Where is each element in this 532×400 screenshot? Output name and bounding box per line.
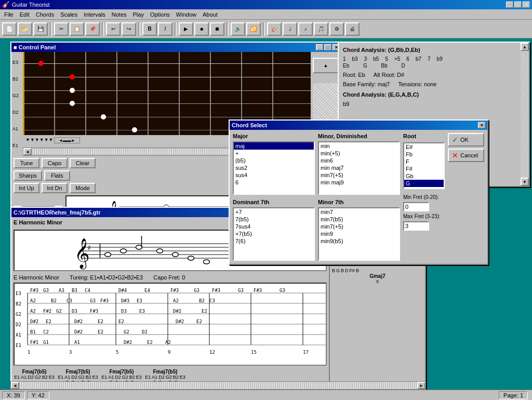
int-up-button[interactable]: Int Up bbox=[14, 183, 39, 193]
save-button[interactable]: 💾 bbox=[33, 22, 48, 36]
cp-minimize[interactable]: _ bbox=[316, 44, 323, 50]
svg-text:A2: A2 bbox=[30, 298, 36, 303]
dom7-7b5[interactable]: 7(b5) bbox=[234, 216, 314, 223]
min-maj7[interactable]: min maj7 bbox=[319, 164, 399, 171]
min7-b5[interactable]: min7(b5) bbox=[319, 216, 399, 223]
major-6[interactable]: 6 bbox=[234, 179, 314, 186]
tab-grid-area[interactable]: E3 B2 G2 D2 A1 E1 bbox=[14, 283, 327, 366]
paste-button[interactable]: 📌 bbox=[85, 22, 100, 36]
toolbar-sep-2 bbox=[102, 22, 104, 36]
max-fret-input[interactable] bbox=[403, 221, 429, 231]
min7-plus5[interactable]: min7(+5) bbox=[319, 223, 399, 230]
mode-button[interactable]: Mode bbox=[70, 183, 96, 193]
root-gb[interactable]: Gb bbox=[404, 172, 444, 180]
ok-cancel-panel: ✓ OK ✕ Cancel bbox=[448, 133, 484, 261]
open-button[interactable]: 📂 bbox=[18, 22, 32, 36]
dom7-plus7b5[interactable]: +7(b5) bbox=[234, 230, 314, 237]
loop-button[interactable]: 🔁 bbox=[246, 22, 261, 36]
tune-button[interactable]: Tune bbox=[14, 158, 39, 168]
menu-play[interactable]: Play bbox=[130, 10, 147, 19]
menu-about[interactable]: About bbox=[200, 10, 221, 19]
dom7-7sus4[interactable]: 7sus4 bbox=[234, 223, 314, 230]
svg-text:E3: E3 bbox=[139, 309, 145, 314]
major-b5[interactable]: (b5) bbox=[234, 157, 314, 164]
menu-scales[interactable]: Scales bbox=[57, 10, 81, 19]
fret-dot-6 bbox=[132, 127, 137, 132]
minor7-listbox[interactable]: min7 min7(b5) min7(+5) min9 min9(b5) bbox=[318, 207, 400, 261]
vol-button[interactable]: 🔊 bbox=[231, 22, 245, 36]
fret-range-inputs: Min Fret (0-20): Max Fret (3-23): bbox=[403, 194, 445, 231]
fret-button[interactable]: 🎸 bbox=[267, 22, 282, 36]
root-g[interactable]: G bbox=[404, 180, 444, 187]
capo-button[interactable]: Capo bbox=[42, 158, 68, 168]
min-fret-input[interactable] bbox=[403, 202, 429, 211]
cp-maximize[interactable]: □ bbox=[324, 44, 331, 50]
major-listbox[interactable]: maj + (b5) sus2 sus4 6 bbox=[233, 141, 315, 195]
ok-button[interactable]: ✓ OK bbox=[448, 133, 484, 146]
record-button[interactable]: ⏺ bbox=[210, 22, 224, 36]
new-button[interactable]: 📄 bbox=[2, 22, 17, 36]
cut-button[interactable]: ✂ bbox=[54, 22, 69, 36]
menu-notes[interactable]: Notes bbox=[109, 10, 130, 19]
hscroll-right[interactable]: ► bbox=[417, 382, 425, 389]
root-f[interactable]: F bbox=[404, 158, 444, 165]
sharps-button[interactable]: Sharps bbox=[14, 170, 42, 181]
scroll-up-arrow[interactable]: ▲ bbox=[313, 58, 339, 73]
bold-button[interactable]: B bbox=[142, 22, 157, 36]
dom7-listbox[interactable]: +7 7(b5) 7sus4 +7(b5) 7(6) bbox=[233, 207, 315, 261]
major-plus[interactable]: + bbox=[234, 150, 314, 157]
dom7-plus7[interactable]: +7 bbox=[234, 208, 314, 216]
stop-button[interactable]: ■ bbox=[194, 22, 209, 36]
min-min[interactable]: min bbox=[319, 142, 399, 150]
maximize-button[interactable]: □ bbox=[514, 2, 522, 8]
min-6[interactable]: min6 bbox=[319, 157, 399, 164]
note-button[interactable]: ♩ bbox=[283, 22, 297, 36]
flats-button[interactable]: Flats bbox=[44, 170, 70, 181]
min-plus5[interactable]: min(+5) bbox=[319, 150, 399, 157]
undo-button[interactable]: ↩ bbox=[106, 22, 121, 36]
cancel-button[interactable]: ✕ Cancel bbox=[448, 149, 484, 162]
hscroll-left[interactable]: ◄ bbox=[11, 382, 19, 389]
root-esharp[interactable]: E# bbox=[404, 143, 444, 151]
chord-button[interactable]: ♪ bbox=[298, 22, 313, 36]
major-sus4[interactable]: sus4 bbox=[234, 171, 314, 179]
status-bar: X: 39 Y: 42 Page: 1 bbox=[0, 390, 532, 400]
minimize-button[interactable]: _ bbox=[506, 2, 513, 8]
root-fb[interactable]: Fb bbox=[404, 151, 444, 158]
copy-button[interactable]: 📋 bbox=[70, 22, 84, 36]
minor-dim-listbox[interactable]: min min(+5) min6 min maj7 min7(+5) min m… bbox=[318, 141, 400, 195]
scale-button[interactable]: 🎵 bbox=[314, 22, 328, 36]
svg-text:G3: G3 bbox=[43, 288, 49, 293]
root-listbox[interactable]: E# Fb F F# Gb G bbox=[403, 142, 445, 189]
clear-button[interactable]: Clear bbox=[70, 158, 96, 168]
chord-select-titlebar: Chord Select ✕ bbox=[230, 121, 487, 130]
piece-title: E Harmonic Minor bbox=[14, 219, 62, 225]
svg-text:A3: A3 bbox=[59, 288, 64, 293]
menu-chords[interactable]: Chords bbox=[33, 10, 57, 19]
menu-file[interactable]: File bbox=[1, 10, 17, 19]
min7-9[interactable]: min9 bbox=[319, 230, 399, 237]
min7-9b5[interactable]: min9(b5) bbox=[319, 237, 399, 245]
root-fsharp[interactable]: F# bbox=[404, 165, 444, 172]
menu-window[interactable]: Window bbox=[173, 10, 200, 19]
min-maj9[interactable]: min maj9 bbox=[319, 179, 399, 186]
main-hscrollbar[interactable]: ◄ ► bbox=[10, 381, 426, 390]
analysis-scrollbar[interactable]: ▲ ▼ bbox=[521, 43, 529, 186]
min-7plus5[interactable]: min7(+5) bbox=[319, 171, 399, 179]
min7-min7[interactable]: min7 bbox=[319, 208, 399, 216]
redo-button[interactable]: ↪ bbox=[122, 22, 136, 36]
int-dn-button[interactable]: Int Dn bbox=[42, 183, 68, 193]
chord-select-close[interactable]: ✕ bbox=[478, 122, 485, 128]
menu-edit[interactable]: Edit bbox=[17, 10, 33, 19]
major-maj[interactable]: maj bbox=[234, 142, 314, 150]
dom7-76[interactable]: 7(6) bbox=[234, 237, 314, 245]
settings-button[interactable]: ⚙ bbox=[329, 22, 344, 36]
menu-options[interactable]: Options bbox=[147, 10, 173, 19]
close-button[interactable]: ✕ bbox=[523, 2, 530, 8]
print-button[interactable]: 🖨 bbox=[345, 22, 360, 36]
major-sus2[interactable]: sus2 bbox=[234, 164, 314, 171]
svg-text:G2: G2 bbox=[56, 309, 62, 314]
italic-button[interactable]: I bbox=[158, 22, 172, 36]
menu-intervals[interactable]: Intervals bbox=[81, 10, 109, 19]
play-button[interactable]: ▶ bbox=[179, 22, 193, 36]
